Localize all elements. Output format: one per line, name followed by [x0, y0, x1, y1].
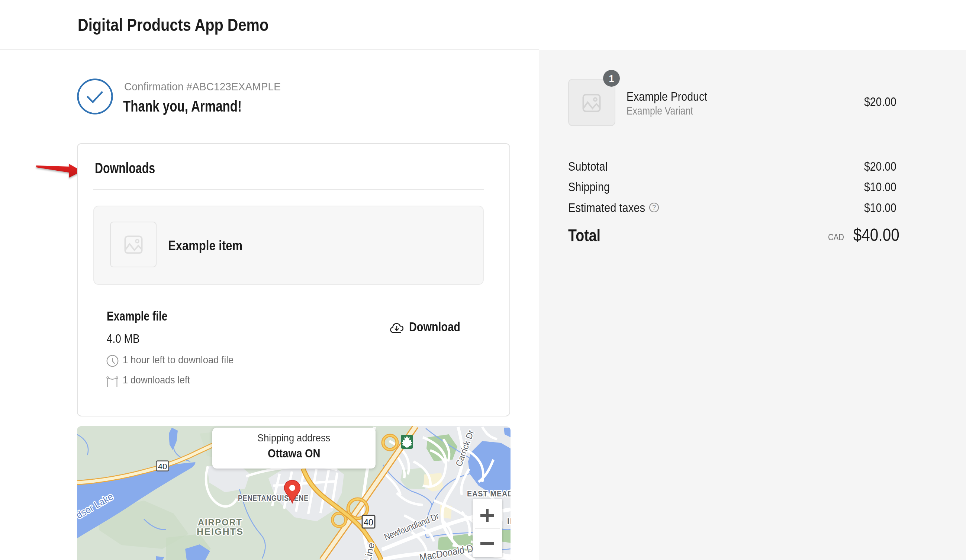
svg-text:PENETANGUISHENE: PENETANGUISHENE [238, 493, 309, 503]
svg-text:HEIGHTS: HEIGHTS [197, 527, 243, 537]
svg-text:AIRPORT: AIRPORT [198, 517, 242, 527]
svg-text:EAST MEADOW: EAST MEADOW [467, 489, 511, 498]
svg-text:IIA: IIA [507, 516, 511, 526]
svg-text:40: 40 [158, 462, 167, 471]
svg-text:40: 40 [364, 517, 373, 527]
